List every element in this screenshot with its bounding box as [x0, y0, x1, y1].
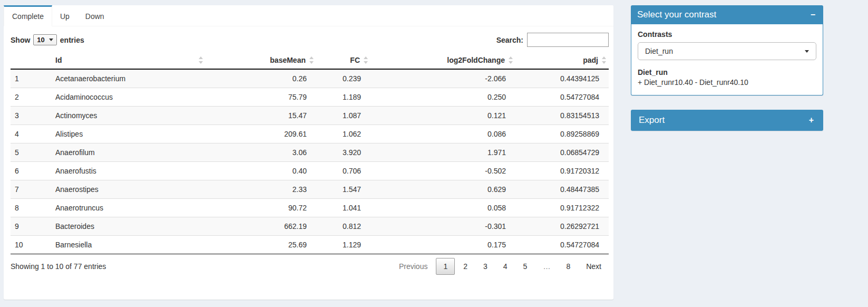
col-header-log2foldchange-label: log2FoldChange [447, 56, 505, 64]
row-index: 10 [11, 236, 51, 254]
cell-id: Anaerotruncus [51, 199, 206, 217]
entries-label: entries [60, 36, 84, 44]
col-header-padj[interactable]: padj [515, 52, 609, 69]
cell-basemean: 0.40 [206, 162, 316, 180]
table-info: Showing 1 to 10 of 77 entries [11, 262, 106, 271]
table-row: 5 Anaerofilum 3.06 3.920 1.971 0.0685472… [11, 143, 609, 162]
entries-length-control: Show 10 entries [11, 34, 84, 45]
collapse-minus-icon[interactable]: − [809, 11, 817, 19]
table-row: 9 Bacteroides 662.19 0.812 -0.301 0.2629… [11, 217, 609, 236]
sort-icon [309, 56, 314, 64]
cell-id: Anaerostipes [51, 180, 206, 199]
contrast-box-header: Select your contrast − [631, 5, 823, 24]
contrast-select-value: Diet_run [645, 47, 673, 55]
cell-padj: 0.26292721 [515, 217, 609, 236]
cell-basemean: 209.61 [206, 125, 316, 143]
cell-id: Alistipes [51, 125, 206, 143]
cell-padj: 0.83154513 [515, 107, 609, 125]
contrast-box-title: Select your contrast [637, 9, 716, 20]
cell-fc: 1.087 [316, 107, 370, 125]
table-row: 6 Anaerofustis 0.40 0.706 -0.502 0.91720… [11, 162, 609, 180]
cell-log2foldchange: -0.502 [370, 162, 515, 180]
col-header-basemean-label: baseMean [270, 56, 306, 64]
row-index: 6 [11, 162, 51, 180]
pagination-page-2[interactable]: 2 [456, 258, 475, 275]
cell-fc: 0.239 [316, 69, 370, 88]
table-controls: Show 10 entries Search: [11, 33, 609, 47]
contrast-box: Select your contrast − Contrasts Diet_ru… [631, 5, 823, 95]
col-header-id[interactable]: Id [51, 52, 206, 69]
cell-id: Actinomyces [51, 107, 206, 125]
pagination-page-5[interactable]: 5 [516, 258, 535, 275]
pagination-ellipsis: … [535, 258, 558, 275]
table-footer: Showing 1 to 10 of 77 entries Previous 1… [11, 258, 609, 275]
cell-id: Bacteroides [51, 217, 206, 236]
col-header-padj-label: padj [583, 56, 598, 64]
contrast-name: Diet_run [638, 68, 816, 76]
cell-log2foldchange: 0.086 [370, 125, 515, 143]
table-row: 8 Anaerotruncus 90.72 1.041 0.058 0.9171… [11, 199, 609, 217]
col-header-rownames [11, 52, 51, 69]
cell-padj: 0.54727084 [515, 236, 609, 254]
cell-basemean: 75.79 [206, 88, 316, 107]
col-header-log2foldchange[interactable]: log2FoldChange [370, 52, 515, 69]
pagination-previous[interactable]: Previous [392, 258, 435, 275]
col-header-fc[interactable]: FC [316, 52, 370, 69]
cell-fc: 1.189 [316, 88, 370, 107]
results-table: Id baseMean FC log2FoldChange padj 1 Ace… [11, 52, 609, 254]
pagination-page-3[interactable]: 3 [476, 258, 495, 275]
export-box: Export + [631, 110, 823, 131]
sidebar: Select your contrast − Contrasts Diet_ru… [631, 5, 823, 131]
pagination-page-1[interactable]: 1 [436, 258, 455, 275]
col-header-fc-label: FC [350, 56, 360, 64]
cell-padj: 0.91712322 [515, 199, 609, 217]
tab-up[interactable]: Up [52, 5, 77, 26]
cell-padj: 0.91720312 [515, 162, 609, 180]
cell-log2foldchange: 0.175 [370, 236, 515, 254]
caret-down-icon [805, 50, 809, 53]
row-index: 3 [11, 107, 51, 125]
sort-icon [509, 56, 513, 64]
cell-padj: 0.44394125 [515, 69, 609, 88]
show-label: Show [11, 36, 30, 44]
cell-id: Acidaminococcus [51, 88, 206, 107]
sort-icon [364, 56, 368, 64]
cell-fc: 1.129 [316, 236, 370, 254]
cell-log2foldchange: 0.121 [370, 107, 515, 125]
results-tab-box: Complete Up Down Show 10 entries Search: [4, 5, 613, 300]
col-header-id-label: Id [55, 56, 62, 64]
cell-log2foldchange: -0.301 [370, 217, 515, 236]
row-index: 5 [11, 143, 51, 162]
col-header-basemean[interactable]: baseMean [206, 52, 316, 69]
sort-icon [199, 56, 203, 64]
cell-fc: 1.041 [316, 199, 370, 217]
table-header-row: Id baseMean FC log2FoldChange padj [11, 52, 609, 69]
table-row: 7 Anaerostipes 2.33 1.547 0.629 0.484473… [11, 180, 609, 199]
row-index: 7 [11, 180, 51, 199]
export-box-title: Export [639, 115, 665, 126]
cell-fc: 0.706 [316, 162, 370, 180]
table-row: 1 Acetanaerobacterium 0.26 0.239 -2.066 … [11, 69, 609, 88]
table-row: 4 Alistipes 209.61 1.062 0.086 0.8925886… [11, 125, 609, 143]
collapse-plus-icon[interactable]: + [807, 116, 815, 124]
tab-complete[interactable]: Complete [4, 5, 52, 26]
cell-basemean: 15.47 [206, 107, 316, 125]
pagination-page-8[interactable]: 8 [559, 258, 578, 275]
caret-down-icon [49, 39, 53, 41]
cell-log2foldchange: 1.971 [370, 143, 515, 162]
contrast-select[interactable]: Diet_run [638, 42, 816, 60]
pagination-next[interactable]: Next [579, 258, 609, 275]
cell-id: Anaerofustis [51, 162, 206, 180]
pagination-page-4[interactable]: 4 [496, 258, 515, 275]
tab-down[interactable]: Down [77, 5, 112, 26]
cell-fc: 1.547 [316, 180, 370, 199]
search-input[interactable] [527, 33, 609, 47]
entries-select[interactable]: 10 [33, 34, 56, 45]
pagination: Previous 1 2 3 4 5 … 8 Next [391, 258, 609, 275]
cell-basemean: 0.26 [206, 69, 316, 88]
cell-padj: 0.06854729 [515, 143, 609, 162]
row-index: 4 [11, 125, 51, 143]
tab-bar: Complete Up Down [4, 5, 613, 26]
contrast-formula: + Diet_runr10.40 - Diet_runr40.10 [638, 78, 816, 87]
cell-basemean: 90.72 [206, 199, 316, 217]
